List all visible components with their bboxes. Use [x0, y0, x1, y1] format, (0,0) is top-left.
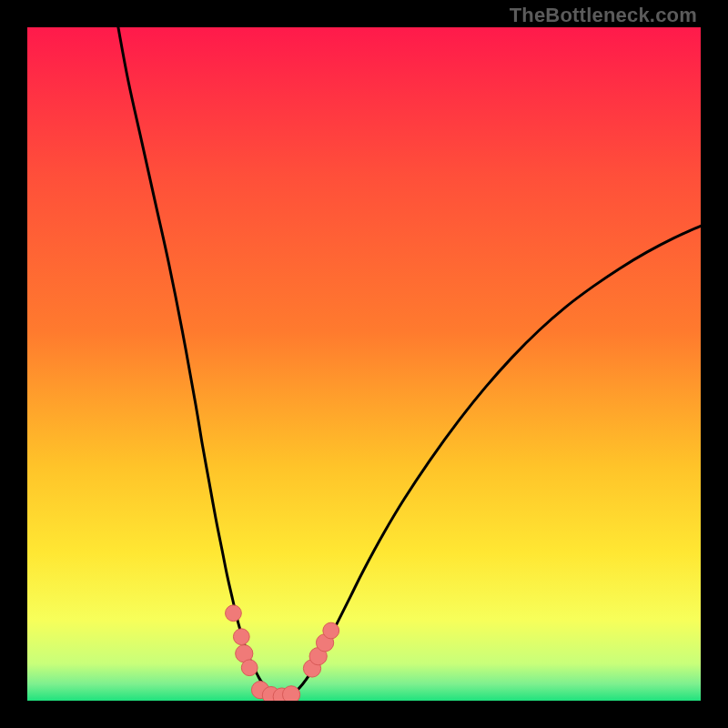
plot-area	[27, 27, 701, 701]
data-marker	[323, 622, 339, 639]
watermark-label: TheBottleneck.com	[510, 4, 697, 27]
chart-frame: TheBottleneck.com	[0, 0, 728, 728]
data-marker	[282, 686, 299, 701]
data-marker	[241, 660, 258, 676]
chart-svg	[27, 27, 701, 701]
chart-background	[27, 27, 701, 701]
data-marker	[226, 605, 242, 622]
data-marker	[233, 629, 249, 645]
